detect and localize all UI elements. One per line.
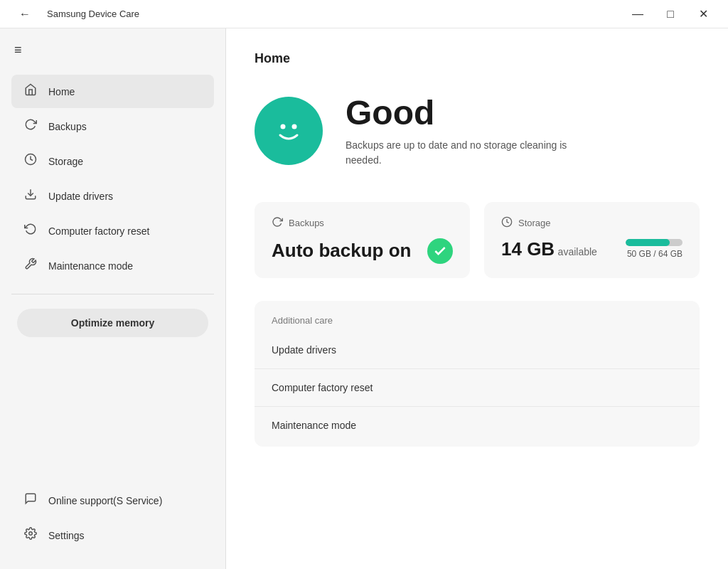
smiley-icon: [269, 111, 309, 151]
maximize-button[interactable]: □: [654, 3, 687, 26]
minimize-button[interactable]: —: [621, 3, 654, 26]
care-item-factory-reset[interactable]: Computer factory reset: [255, 369, 700, 407]
backups-icon: [23, 118, 38, 134]
storage-card[interactable]: Storage 14 GB available 5: [484, 202, 700, 278]
gear-icon: [23, 527, 38, 543]
backup-check-icon: [427, 238, 453, 264]
storage-bar: [626, 239, 682, 246]
storage-card-content: 14 GB available 50 GB / 64 GB: [501, 238, 682, 260]
title-bar-left: ← Samsung Device Care: [9, 3, 139, 26]
sidebar-item-home-label: Home: [48, 86, 75, 97]
sidebar-divider: [11, 294, 214, 294]
sidebar-item-settings[interactable]: Settings: [11, 519, 214, 552]
app-body: ≡ Home Back: [0, 28, 728, 569]
hamburger-button[interactable]: ≡: [11, 40, 25, 60]
svg-point-4: [292, 124, 297, 129]
main-content: Home Good Backups are up to date and no …: [226, 28, 728, 569]
backups-card-header: Backups: [272, 216, 453, 230]
care-item-update-drivers[interactable]: Update drivers: [255, 331, 700, 369]
nav-items: Home Backups Storage: [0, 72, 225, 285]
care-item-maintenance-mode[interactable]: Maintenance mode: [255, 407, 700, 444]
storage-avail-label: available: [558, 246, 597, 257]
smiley-avatar: [255, 97, 323, 165]
status-section: Good Backups are up to date and no stora…: [255, 95, 700, 168]
storage-gb-value: 14 GB: [501, 238, 555, 260]
backups-card-icon: [272, 216, 283, 230]
sidebar-item-maintenance-label: Maintenance mode: [48, 260, 133, 272]
storage-gb-block: 14 GB available: [501, 238, 597, 260]
storage-total-gb: 64 GB: [658, 249, 682, 259]
sidebar-item-update-drivers-label: Update drivers: [48, 191, 113, 202]
status-text-block: Good Backups are up to date and no stora…: [346, 95, 587, 168]
title-bar: ← Samsung Device Care — □ ✕: [0, 0, 728, 28]
sidebar-item-maintenance[interactable]: Maintenance mode: [11, 249, 214, 282]
sidebar-item-factory-reset[interactable]: Computer factory reset: [11, 214, 214, 248]
sidebar-bottom: Online support(S Service) Settings: [0, 475, 225, 569]
backups-card-content: Auto backup on: [272, 238, 453, 264]
close-button[interactable]: ✕: [687, 3, 719, 26]
sidebar-item-home[interactable]: Home: [11, 75, 214, 108]
sidebar-item-storage[interactable]: Storage: [11, 144, 214, 178]
sidebar-item-backups[interactable]: Backups: [11, 110, 214, 143]
maximize-icon: □: [667, 8, 674, 21]
optimize-btn-wrapper: Optimize memory: [0, 303, 225, 349]
sidebar-item-storage-label: Storage: [48, 156, 83, 167]
storage-right: 50 GB / 64 GB: [626, 239, 682, 259]
sidebar-item-backups-label: Backups: [48, 121, 87, 132]
support-icon: [23, 492, 38, 509]
sidebar-item-online-support[interactable]: Online support(S Service): [11, 484, 214, 517]
status-description: Backups are up to date and no storage cl…: [346, 138, 587, 168]
status-good-text: Good: [346, 95, 587, 132]
storage-bar-container: [626, 239, 682, 246]
page-title: Home: [255, 51, 700, 66]
app-title: Samsung Device Care: [47, 9, 139, 19]
cards-row: Backups Auto backup on: [255, 202, 700, 278]
settings-label: Settings: [48, 530, 85, 541]
sidebar-top: ≡: [0, 34, 225, 72]
back-icon: ←: [19, 8, 31, 21]
window-controls: — □ ✕: [621, 3, 719, 26]
optimize-memory-button[interactable]: Optimize memory: [17, 309, 208, 337]
backups-card[interactable]: Backups Auto backup on: [255, 202, 470, 278]
storage-used-gb: 50 GB: [627, 249, 651, 259]
sidebar: ≡ Home Back: [0, 28, 226, 569]
svg-point-3: [281, 124, 286, 129]
minimize-icon: —: [632, 8, 643, 21]
sidebar-item-factory-reset-label: Computer factory reset: [48, 225, 149, 237]
close-icon: ✕: [699, 7, 708, 21]
svg-point-2: [29, 532, 33, 536]
wrench-icon: [23, 257, 38, 274]
storage-icon: [23, 153, 38, 169]
storage-size-text: 50 GB / 64 GB: [627, 249, 682, 259]
storage-card-label: Storage: [518, 218, 551, 228]
reset-icon: [23, 223, 38, 239]
storage-card-header: Storage: [501, 216, 682, 230]
hamburger-icon: ≡: [14, 43, 22, 58]
backups-card-value: Auto backup on: [272, 240, 411, 262]
storage-bar-fill: [626, 239, 670, 246]
additional-care-section: Additional care Update drivers Computer …: [255, 301, 700, 447]
backups-card-label: Backups: [289, 218, 324, 228]
additional-care-header: Additional care: [255, 304, 700, 331]
online-support-label: Online support(S Service): [48, 495, 162, 506]
storage-total-separator: /: [653, 249, 655, 259]
back-button[interactable]: ←: [9, 3, 41, 26]
home-icon: [23, 83, 38, 100]
storage-card-icon: [501, 216, 513, 230]
update-icon: [23, 188, 38, 204]
sidebar-item-update-drivers[interactable]: Update drivers: [11, 179, 214, 213]
